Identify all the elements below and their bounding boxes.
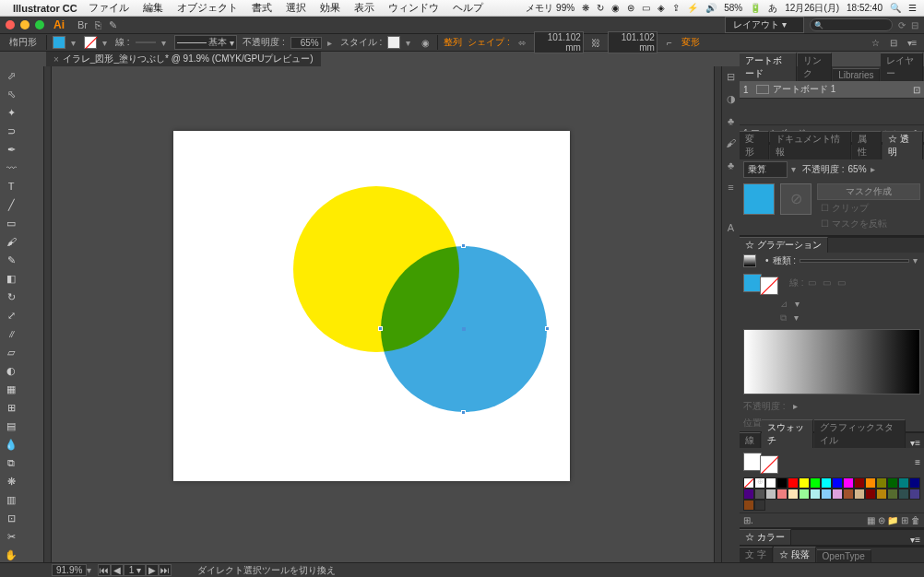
swatch-color[interactable] — [854, 489, 865, 500]
swatch-color[interactable] — [832, 489, 843, 500]
swatch-color[interactable] — [743, 500, 754, 511]
last-artboard-icon[interactable]: ⏭ — [159, 564, 172, 576]
menu-select[interactable]: 選択 — [286, 2, 306, 13]
blend-tool[interactable]: ⧉ — [0, 453, 22, 472]
symbol-sprayer-tool[interactable]: ❋ — [0, 472, 22, 490]
tab-transform[interactable]: 変形 — [740, 131, 769, 159]
dock-char-icon[interactable]: A — [725, 221, 738, 234]
height-input[interactable]: 101.102 mm — [608, 31, 657, 53]
tab-attributes[interactable]: 属性 — [852, 131, 882, 159]
swatch-color[interactable] — [799, 477, 810, 489]
menu-help[interactable]: ヘルプ — [453, 2, 483, 13]
next-artboard-icon[interactable]: ▶ — [146, 564, 159, 576]
cloud-icon[interactable]: ◉ — [611, 3, 620, 13]
tab-gradient[interactable]: ☆ グラデーション — [740, 237, 828, 253]
arrange-icon[interactable]: ✎ — [109, 19, 117, 31]
perspective-tool[interactable]: ▦ — [0, 380, 22, 398]
pen-tool[interactable]: ✒ — [0, 140, 22, 159]
transp-opacity-input[interactable]: 65% — [848, 164, 867, 174]
swatch-color[interactable] — [898, 477, 909, 489]
width-input[interactable]: 101.102 mm — [534, 31, 584, 53]
paintbrush-tool[interactable]: 🖌 — [0, 232, 22, 251]
options-icon[interactable]: ⊟ — [887, 36, 900, 49]
swatch-color[interactable] — [887, 489, 898, 500]
swatch-color[interactable] — [765, 477, 776, 489]
scale-tool[interactable]: ⤢ — [0, 306, 22, 324]
swatch-color[interactable] — [876, 489, 887, 500]
swatch-color[interactable] — [776, 489, 788, 500]
doc-tab[interactable]: ×イラレ_図形_塗りつぶし* @ 91.9% (CMYK/GPUプレビュー) — [46, 52, 321, 66]
dock-stroke-icon[interactable]: ≡ — [725, 181, 738, 194]
swatch-color[interactable] — [754, 500, 765, 511]
shape-builder-tool[interactable]: ◐ — [0, 361, 22, 380]
ime-icon[interactable]: あ — [768, 2, 777, 15]
tab-paragraph[interactable]: ☆ 段落 — [774, 547, 816, 562]
swatch-color[interactable] — [876, 477, 887, 489]
volume-icon[interactable]: 🔊 — [705, 3, 717, 13]
notification-icon[interactable]: ☰ — [908, 3, 917, 13]
swatch-color[interactable] — [754, 489, 765, 500]
bluetooth-icon[interactable]: ⚡ — [687, 3, 698, 13]
swatch-color[interactable] — [788, 477, 799, 489]
fill-swatch[interactable] — [53, 36, 65, 49]
type-tool[interactable]: T — [0, 177, 22, 195]
menu-type[interactable]: 書式 — [252, 2, 272, 13]
gradient-slider[interactable] — [743, 329, 920, 394]
recolor-icon[interactable]: ◉ — [419, 36, 432, 49]
swatch-color[interactable] — [776, 477, 788, 489]
new-swatch-icon[interactable]: ⊞ — [901, 515, 908, 525]
tab-swatches[interactable]: スウォッチ — [762, 419, 813, 448]
eraser-tool[interactable]: ◧ — [0, 269, 22, 288]
sync-icon[interactable]: ↻ — [597, 3, 604, 13]
swatch-none[interactable] — [743, 477, 754, 489]
tab-color[interactable]: ☆ カラー — [740, 529, 791, 545]
eyedropper-tool[interactable]: 💧 — [0, 435, 22, 453]
swatch-color[interactable] — [821, 477, 832, 489]
align-link[interactable]: 整列 — [444, 36, 462, 49]
tab-stroke-panel[interactable]: 線 — [740, 432, 761, 448]
transform-link[interactable]: 変形 — [681, 36, 700, 49]
menu-window[interactable]: ウィンドウ — [388, 2, 439, 13]
swatch-color[interactable] — [909, 489, 920, 500]
spotlight-icon[interactable]: 🔍 — [890, 3, 901, 13]
grad-stroke-opt3-icon[interactable]: ▭ — [837, 277, 848, 288]
swatch-color[interactable] — [843, 489, 854, 500]
menu-file[interactable]: ファイル — [89, 2, 129, 13]
grad-fill-swatch[interactable] — [743, 274, 762, 292]
color-menu-icon[interactable]: ▾≡ — [906, 535, 924, 545]
delete-swatch-icon[interactable]: 🗑 — [911, 515, 920, 525]
mask-thumb[interactable]: ⊘ — [780, 183, 811, 215]
swatch-color[interactable] — [898, 489, 909, 500]
bridge-icon[interactable]: Br — [77, 19, 88, 31]
menu-object[interactable]: オブジェクト — [177, 2, 238, 13]
line-tool[interactable]: ╱ — [0, 195, 22, 214]
make-mask-button[interactable]: マスク作成 — [817, 183, 920, 200]
tab-libraries[interactable]: Libraries — [833, 68, 880, 81]
grad-stroke-swatch[interactable] — [760, 277, 778, 295]
minimize-window[interactable] — [20, 20, 30, 29]
sync-status-icon[interactable]: ⟳ — [898, 20, 906, 30]
width-tool[interactable]: ⫽ — [0, 324, 22, 343]
canvas[interactable] — [44, 66, 721, 562]
rotate-tool[interactable]: ↻ — [0, 288, 22, 306]
tab-layers[interactable]: レイヤー — [881, 53, 923, 81]
clip-check[interactable]: ☐ — [821, 203, 829, 213]
lasso-tool[interactable]: ⊃ — [0, 122, 22, 140]
grad-stroke-opt1-icon[interactable]: ▭ — [808, 277, 819, 288]
menu-effect[interactable]: 効果 — [320, 2, 340, 13]
new-group-icon[interactable]: 📁 — [887, 515, 898, 525]
swatch-color[interactable] — [854, 477, 865, 489]
dock-brushes-icon[interactable]: 🖌 — [725, 136, 738, 149]
tab-character[interactable]: 文 字 — [740, 547, 773, 562]
stroke-swatch[interactable] — [84, 36, 97, 49]
blend-mode-dd[interactable]: 乗算 — [743, 161, 788, 178]
dock-symbols-icon[interactable]: ♣ — [725, 159, 738, 171]
collapse-icon[interactable]: ⊟ — [911, 20, 918, 30]
shape-link[interactable]: シェイプ : — [468, 36, 510, 49]
style-swatch[interactable] — [387, 36, 400, 49]
swatch-fill[interactable] — [743, 453, 762, 471]
grad-preview-swatch[interactable] — [743, 254, 756, 267]
selection-tool[interactable]: ⬀ — [0, 66, 22, 85]
maximize-window[interactable] — [35, 20, 44, 29]
gradient-tool[interactable]: ▤ — [0, 417, 22, 435]
